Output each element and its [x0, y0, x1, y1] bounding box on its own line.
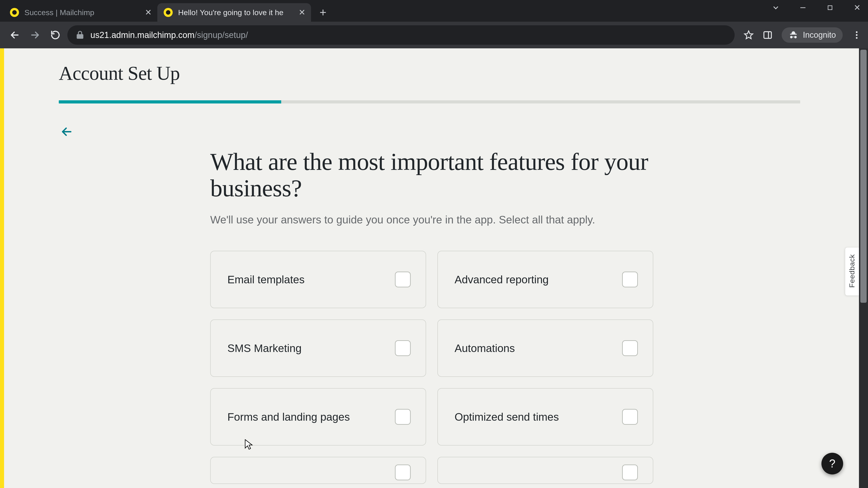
- tab-strip: Success | Mailchimp ✕ Hello! You're goin…: [0, 0, 868, 22]
- page-title: Account Set Up: [59, 62, 800, 85]
- incognito-icon: [788, 30, 798, 40]
- brand-accent-bar: [0, 48, 4, 488]
- option-automations[interactable]: Automations: [437, 320, 653, 377]
- tab-success[interactable]: Success | Mailchimp ✕: [4, 3, 157, 22]
- option-advanced-reporting[interactable]: Advanced reporting: [437, 251, 653, 308]
- option-next-row-right[interactable]: [437, 457, 653, 484]
- tab-title: Success | Mailchimp: [24, 8, 138, 17]
- feedback-label: Feedback: [848, 254, 856, 288]
- svg-point-9: [856, 37, 857, 39]
- incognito-indicator[interactable]: Incognito: [782, 27, 843, 43]
- address-bar[interactable]: us21.admin.mailchimp.com/signup/setup/: [67, 25, 735, 45]
- option-next-row-left[interactable]: [210, 457, 426, 484]
- checkbox[interactable]: [622, 340, 638, 356]
- question-heading: What are the most important features for…: [210, 149, 653, 201]
- reload-button[interactable]: [47, 27, 64, 43]
- checkbox[interactable]: [622, 464, 638, 480]
- back-button[interactable]: [6, 27, 23, 43]
- svg-marker-4: [745, 31, 753, 39]
- page-content: Account Set Up What are the most importa…: [0, 48, 859, 488]
- option-label: Email templates: [227, 273, 305, 286]
- checkbox[interactable]: [622, 271, 638, 287]
- browser-window: Success | Mailchimp ✕ Hello! You're goin…: [0, 0, 868, 488]
- tab-setup[interactable]: Hello! You're going to love it he ✕: [157, 3, 311, 22]
- url-path: /signup/setup/: [194, 30, 248, 40]
- checkbox[interactable]: [622, 409, 638, 425]
- url-host: us21.admin.mailchimp.com: [90, 30, 194, 40]
- maximize-button[interactable]: [823, 2, 837, 13]
- tab-search-button[interactable]: [769, 2, 783, 13]
- browser-toolbar: us21.admin.mailchimp.com/signup/setup/ I…: [0, 22, 868, 48]
- progress-fill: [59, 100, 281, 103]
- tab-title: Hello! You're going to love it he: [178, 8, 292, 17]
- option-sms-marketing[interactable]: SMS Marketing: [210, 320, 426, 377]
- option-label: Optimized send times: [455, 411, 559, 423]
- bookmark-star-icon[interactable]: [744, 30, 754, 40]
- minimize-button[interactable]: [796, 2, 810, 13]
- options-grid: Email templates Advanced reporting SMS M…: [210, 251, 653, 484]
- kebab-menu-icon[interactable]: [852, 30, 862, 40]
- checkbox[interactable]: [395, 409, 411, 425]
- checkbox[interactable]: [395, 271, 411, 287]
- forward-button[interactable]: [27, 27, 43, 43]
- option-email-templates[interactable]: Email templates: [210, 251, 426, 308]
- viewport: Account Set Up What are the most importa…: [0, 48, 868, 488]
- svg-point-7: [856, 31, 857, 33]
- option-optimized-send-times[interactable]: Optimized send times: [437, 388, 653, 446]
- mailchimp-favicon-icon: [164, 8, 173, 17]
- lock-icon: [75, 30, 85, 40]
- step-back-button[interactable]: [59, 124, 74, 140]
- option-label: Advanced reporting: [455, 273, 549, 286]
- side-panel-icon[interactable]: [763, 30, 773, 40]
- url-text: us21.admin.mailchimp.com/signup/setup/: [90, 30, 248, 40]
- incognito-label: Incognito: [803, 30, 836, 40]
- close-window-button[interactable]: ✕: [850, 2, 864, 13]
- svg-rect-1: [828, 6, 832, 10]
- help-button[interactable]: ?: [822, 453, 843, 475]
- window-controls: ✕: [769, 2, 864, 13]
- progress-bar: [59, 100, 800, 103]
- checkbox[interactable]: [395, 340, 411, 356]
- new-tab-button[interactable]: +: [315, 4, 331, 20]
- option-label: Automations: [455, 342, 515, 355]
- option-label: Forms and landing pages: [227, 411, 350, 423]
- mouse-cursor-icon: [244, 439, 253, 451]
- question-subtext: We'll use your answers to guide you once…: [210, 214, 653, 226]
- mailchimp-favicon-icon: [10, 8, 19, 17]
- option-label: SMS Marketing: [227, 342, 302, 355]
- toolbar-right: Incognito: [744, 27, 862, 43]
- option-forms-landing-pages[interactable]: Forms and landing pages: [210, 388, 426, 446]
- help-icon: ?: [829, 457, 835, 470]
- close-tab-button[interactable]: ✕: [144, 8, 153, 17]
- vertical-scrollbar[interactable]: [859, 48, 868, 488]
- svg-point-8: [856, 34, 857, 36]
- svg-rect-5: [764, 32, 771, 38]
- checkbox[interactable]: [395, 464, 411, 480]
- scrollbar-thumb[interactable]: [860, 50, 867, 303]
- feedback-tab[interactable]: Feedback: [845, 247, 859, 296]
- close-tab-button[interactable]: ✕: [298, 8, 307, 17]
